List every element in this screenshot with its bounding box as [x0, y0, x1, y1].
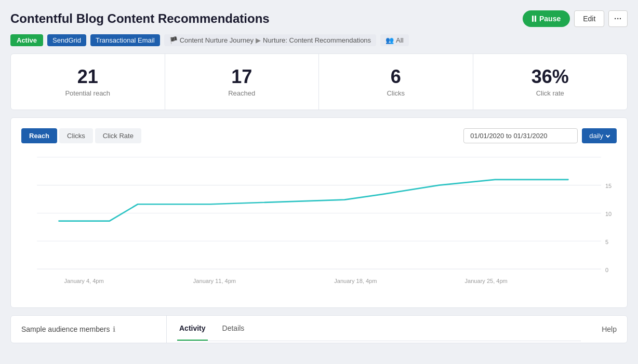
svg-text:5: 5 — [605, 238, 608, 245]
chevron-down-icon — [606, 133, 610, 138]
stat-potential-reach: 21 Potential reach — [11, 54, 165, 110]
chart-tabs: Reach Clicks Click Rate — [21, 128, 141, 143]
pause-icon — [532, 16, 536, 22]
date-range-input[interactable] — [463, 128, 578, 143]
stat-clicks: 6 Clicks — [319, 54, 473, 110]
audience-icon: 👥 — [386, 36, 394, 44]
svg-text:15: 15 — [605, 182, 612, 188]
pause-button[interactable]: Pause — [523, 10, 570, 27]
audience-panel: Sample audience members ℹ — [11, 316, 167, 343]
tags-row: Active SendGrid Transactional Email 🏴 Co… — [10, 34, 628, 46]
tab-activity[interactable]: Activity — [177, 316, 208, 341]
stat-click-rate: 36% Click rate — [473, 54, 628, 110]
more-button[interactable]: ··· — [608, 10, 628, 27]
status-badge: Active — [10, 34, 43, 46]
tab-click-rate[interactable]: Click Rate — [95, 128, 141, 143]
chart-panel: Reach Clicks Click Rate daily — [10, 117, 628, 308]
svg-text:January 11, 4pm: January 11, 4pm — [193, 277, 236, 284]
activity-tabs: Activity Details — [177, 316, 581, 341]
flag-icon: 🏴 — [169, 36, 178, 44]
stats-row: 21 Potential reach 17 Reached 6 Clicks 3… — [10, 53, 628, 110]
info-icon[interactable]: ℹ — [113, 325, 115, 333]
click-rate-value: 36% — [484, 66, 617, 87]
chart-line — [59, 179, 568, 221]
header-actions: Pause Edit ··· — [523, 10, 628, 27]
page-header: Contentful Blog Content Recommendations … — [10, 10, 628, 27]
granularity-button[interactable]: daily — [582, 128, 617, 143]
svg-text:10: 10 — [605, 210, 612, 217]
help-button[interactable]: Help — [591, 316, 627, 343]
breadcrumb-separator: ▶ — [256, 36, 261, 44]
transactional-email-tag: Transactional Email — [90, 34, 160, 46]
edit-button[interactable]: Edit — [574, 10, 604, 27]
chart-svg: 0 5 10 15 January 4, 4pm January 11, 4pm… — [21, 152, 617, 297]
tab-details[interactable]: Details — [220, 316, 247, 341]
click-rate-label: Click rate — [484, 89, 617, 97]
clicks-value: 6 — [329, 66, 462, 87]
potential-reach-label: Potential reach — [21, 89, 154, 97]
journey-breadcrumb: 🏴 Content Nurture Journey ▶ Nurture: Con… — [164, 34, 376, 46]
audience-tag: 👥 All — [380, 34, 408, 46]
svg-text:0: 0 — [605, 266, 608, 273]
chart-area: 0 5 10 15 January 4, 4pm January 11, 4pm… — [21, 152, 617, 297]
reached-value: 17 — [176, 66, 309, 87]
activity-tabs-section: Activity Details — [167, 316, 591, 343]
potential-reach-value: 21 — [21, 66, 154, 87]
sendgrid-tag: SendGrid — [47, 34, 86, 46]
clicks-label: Clicks — [329, 89, 462, 97]
bottom-section: Sample audience members ℹ Activity Detai… — [10, 315, 628, 343]
chart-right-controls: daily — [463, 128, 617, 143]
stat-reached: 17 Reached — [165, 54, 320, 110]
chart-controls: Reach Clicks Click Rate daily — [21, 128, 617, 143]
tab-reach[interactable]: Reach — [21, 128, 57, 143]
page-title: Contentful Blog Content Recommendations — [10, 11, 270, 26]
svg-text:January 25, 4pm: January 25, 4pm — [465, 277, 508, 284]
audience-members-label: Sample audience members — [21, 325, 110, 333]
svg-text:January 18, 4pm: January 18, 4pm — [334, 277, 377, 284]
reached-label: Reached — [176, 89, 309, 97]
tab-clicks[interactable]: Clicks — [59, 128, 93, 143]
svg-text:January 4, 4pm: January 4, 4pm — [64, 277, 104, 284]
